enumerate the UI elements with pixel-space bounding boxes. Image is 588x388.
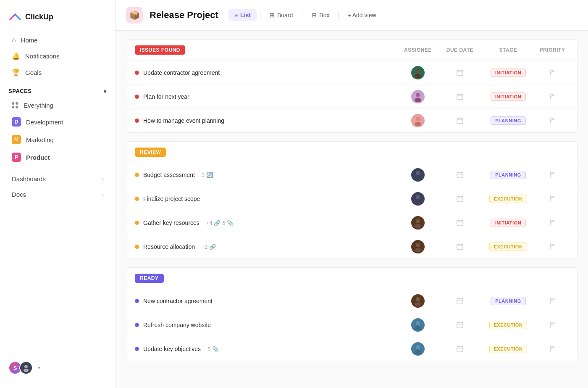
svg-rect-10	[457, 94, 463, 100]
sidebar-item-product[interactable]: P Product	[3, 148, 112, 166]
bell-icon: 🔔	[12, 52, 20, 60]
sidebar-item-marketing[interactable]: M Marketing	[3, 131, 112, 148]
col-header-due: DUE DATE	[439, 47, 481, 53]
avatar	[411, 294, 425, 308]
svg-rect-22	[457, 172, 463, 178]
table-row[interactable]: Resource allocation +2 🔗 EXECUTION	[126, 235, 578, 259]
task-name: New contractor agreement	[143, 298, 213, 304]
priority-cell	[536, 172, 569, 178]
space-label-marketing: Marketing	[26, 136, 54, 143]
assignee-cell	[397, 66, 439, 79]
tab-board[interactable]: ⊞ Board	[264, 9, 299, 21]
add-view-button[interactable]: + Add view	[342, 9, 381, 21]
table-row[interactable]: Refresh company website EXECUTION	[126, 313, 578, 337]
svg-point-3	[415, 74, 421, 78]
task-name: How to manage event planning	[143, 117, 224, 124]
nav-item-notifications[interactable]: 🔔 Notifications	[3, 48, 112, 64]
group-header-review: REVIEW	[126, 142, 578, 163]
task-name: Finalize project scope	[143, 195, 200, 202]
assignee-cell	[397, 114, 439, 127]
due-date-cell	[439, 243, 481, 251]
space-badge-development: D	[12, 117, 21, 127]
avatar-j	[19, 361, 33, 375]
task-name-cell: Refresh company website	[135, 322, 397, 328]
table-row[interactable]: Update key objectives 5 📎 EXECUTION	[126, 337, 578, 361]
grid-icon	[12, 102, 18, 109]
stage-cell: PLANNING	[481, 116, 536, 125]
svg-rect-16	[457, 118, 463, 124]
logo-icon	[8, 10, 22, 24]
task-name-cell: Update key objectives 5 📎	[135, 346, 397, 352]
sidebar-item-everything[interactable]: Everything	[3, 98, 112, 113]
due-date-cell	[439, 117, 481, 124]
svg-point-0	[24, 365, 28, 368]
stage-badge: PLANNING	[491, 297, 525, 305]
nav-item-goals[interactable]: 🏆 Goals	[3, 64, 112, 81]
main-content: 📦 Release Project ≡ List ⊞ Board ⊟ Box +…	[116, 0, 588, 388]
nav-item-home[interactable]: ⌂ Home	[3, 32, 112, 48]
assignee-cell	[397, 294, 439, 308]
col-header-priority: PRIORITY	[536, 47, 569, 53]
table-row[interactable]: Budget assessment 3 🔄 PLANNING	[126, 163, 578, 187]
table-row[interactable]: Plan for next year INITIATION	[126, 85, 578, 109]
space-badge-marketing: M	[12, 135, 21, 144]
task-dot	[135, 323, 139, 327]
tab-box[interactable]: ⊟ Box	[306, 9, 335, 21]
priority-cell	[536, 195, 569, 202]
svg-point-2	[416, 69, 420, 73]
svg-point-51	[415, 326, 421, 330]
table-row[interactable]: Gather key resources +4 🔗 5 📎 INITIATION	[126, 211, 578, 235]
sidebar-item-development[interactable]: D Development	[3, 113, 112, 131]
priority-cell	[536, 322, 569, 328]
svg-point-14	[416, 117, 420, 121]
table-row[interactable]: New contractor agreement PLANNING	[126, 289, 578, 313]
table-row[interactable]: How to manage event planning PLANNING	[126, 109, 578, 132]
task-name: Gather key resources	[143, 219, 200, 226]
table-row[interactable]: Finalize project scope EXECUTION	[126, 187, 578, 211]
avatar	[411, 240, 425, 253]
avatar	[411, 66, 425, 79]
task-name: Update key objectives	[143, 346, 201, 352]
tab-divider-1	[260, 11, 260, 19]
nav-label-goals: Goals	[25, 69, 42, 76]
tab-divider-3	[339, 11, 339, 19]
stage-badge: INITIATION	[491, 69, 526, 77]
svg-point-56	[416, 345, 420, 349]
group-label-issues: ISSUES FOUND	[135, 45, 185, 55]
tab-list[interactable]: ≡ List	[228, 9, 257, 21]
stage-cell: INITIATION	[481, 219, 536, 227]
tab-box-label: Box	[319, 12, 329, 18]
task-name-cell: Finalize project scope	[135, 195, 397, 202]
chevron-down-icon-user[interactable]: ▾	[38, 365, 40, 371]
due-date-cell	[439, 93, 481, 100]
svg-rect-4	[457, 70, 463, 76]
svg-point-15	[415, 122, 421, 126]
sidebar: ClickUp ⌂ Home 🔔 Notifications 🏆 Goals S…	[0, 0, 116, 388]
svg-rect-28	[457, 196, 463, 202]
chevron-down-icon[interactable]: ∨	[103, 87, 108, 94]
priority-cell	[536, 346, 569, 352]
avatar	[411, 114, 425, 127]
priority-cell	[536, 243, 569, 250]
tab-list-label: List	[240, 12, 251, 18]
user-profile-area[interactable]: S ▾	[0, 354, 116, 381]
svg-point-38	[416, 243, 420, 247]
stage-cell: INITIATION	[481, 69, 536, 77]
svg-point-21	[415, 176, 421, 180]
sidebar-item-dashboards[interactable]: Dashboards ›	[3, 171, 112, 187]
chevron-right-icon-docs: ›	[102, 191, 104, 198]
svg-rect-40	[457, 244, 463, 250]
table-row[interactable]: Update contractor agreement INITIATION	[126, 61, 578, 85]
due-date-cell	[439, 345, 481, 353]
svg-point-45	[415, 302, 421, 306]
view-tabs: ≡ List ⊞ Board ⊟ Box + Add view	[228, 9, 381, 21]
nav-label-home: Home	[21, 37, 38, 44]
group-label-review: REVIEW	[135, 148, 166, 157]
logo[interactable]: ClickUp	[0, 7, 116, 32]
avatar	[411, 216, 425, 230]
task-dot	[135, 221, 139, 225]
stage-badge: EXECUTION	[489, 321, 528, 329]
task-name: Resource allocation	[143, 243, 195, 250]
task-dot	[135, 119, 139, 123]
sidebar-item-docs[interactable]: Docs ›	[3, 187, 112, 202]
